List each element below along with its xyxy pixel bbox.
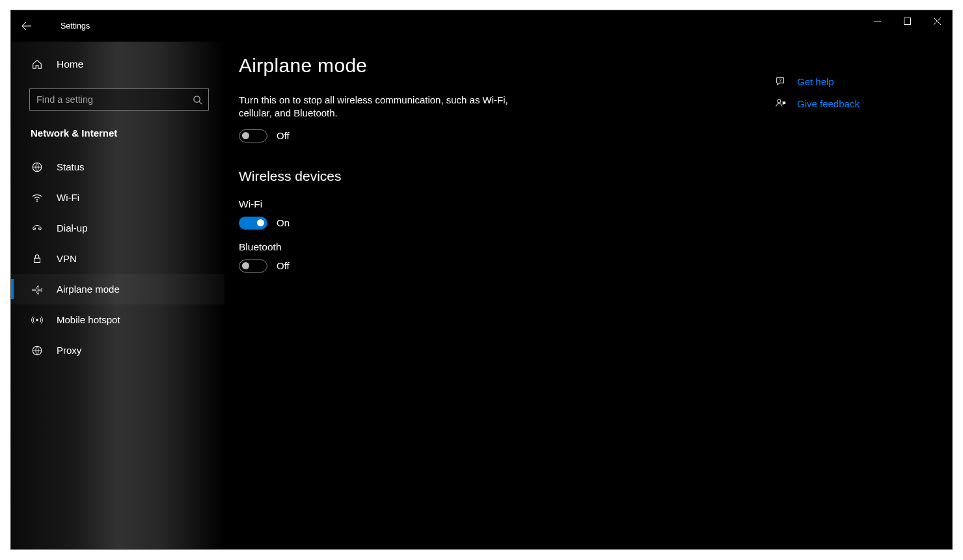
proxy-icon	[31, 345, 44, 356]
wireless-devices-heading: Wireless devices	[239, 168, 938, 184]
bluetooth-toggle[interactable]	[239, 260, 267, 273]
bluetooth-state: Off	[277, 260, 290, 271]
nav-list: Status Wi-Fi Dial-up VPN Airplane mode	[11, 152, 224, 366]
right-rail: ? Get help Give feedback	[775, 75, 925, 120]
app-title: Settings	[42, 21, 90, 31]
nav-item-status[interactable]: Status	[11, 152, 224, 182]
nav-item-vpn[interactable]: VPN	[11, 243, 224, 274]
svg-rect-4	[34, 258, 40, 262]
nav-label: Dial-up	[57, 222, 88, 233]
status-icon	[31, 161, 44, 173]
dialup-icon	[31, 222, 44, 234]
sidebar: Home Network & Internet Status Wi-Fi	[11, 42, 224, 549]
back-button[interactable]	[11, 10, 42, 42]
home-icon	[31, 59, 44, 70]
titlebar: Settings	[11, 10, 952, 42]
svg-point-1	[193, 96, 199, 101]
nav-item-proxy[interactable]: Proxy	[11, 335, 224, 366]
nav-label: Wi-Fi	[57, 192, 79, 203]
maximize-icon	[904, 18, 911, 25]
home-link[interactable]: Home	[11, 49, 224, 79]
minimize-button[interactable]	[862, 10, 892, 31]
nav-label: Airplane mode	[57, 284, 120, 295]
home-label: Home	[57, 59, 83, 70]
wifi-label: Wi-Fi	[239, 198, 938, 210]
nav-label: Proxy	[57, 345, 81, 356]
section-header: Network & Internet	[11, 111, 224, 142]
settings-window: Settings Home Network & Internet	[10, 10, 953, 550]
svg-point-3	[36, 200, 38, 202]
get-help-label: Get help	[797, 76, 834, 87]
svg-point-5	[36, 319, 38, 321]
search-icon	[186, 95, 208, 105]
arrow-left-icon	[21, 21, 32, 31]
airplane-icon	[31, 284, 44, 295]
get-help-link[interactable]: ? Get help	[775, 75, 925, 87]
nav-item-hotspot[interactable]: Mobile hotspot	[11, 304, 224, 335]
airplane-mode-toggle[interactable]	[239, 129, 267, 142]
wifi-icon	[31, 192, 44, 204]
minimize-icon	[874, 18, 881, 25]
feedback-icon	[775, 98, 787, 109]
wifi-toggle[interactable]	[239, 217, 267, 230]
close-icon	[934, 18, 941, 25]
bluetooth-label: Bluetooth	[239, 241, 938, 253]
hotspot-icon	[31, 314, 44, 326]
maximize-button[interactable]	[892, 10, 922, 31]
page-description: Turn this on to stop all wireless commun…	[239, 94, 519, 120]
svg-text:?: ?	[779, 77, 781, 83]
svg-rect-0	[904, 18, 910, 24]
page-title: Airplane mode	[239, 55, 938, 77]
nav-label: Mobile hotspot	[57, 314, 120, 325]
help-icon: ?	[775, 75, 787, 87]
nav-label: Status	[57, 161, 85, 172]
give-feedback-label: Give feedback	[797, 98, 860, 109]
nav-item-wifi[interactable]: Wi-Fi	[11, 182, 224, 213]
nav-label: VPN	[57, 253, 77, 264]
give-feedback-link[interactable]: Give feedback	[775, 98, 925, 109]
close-button[interactable]	[922, 10, 952, 31]
search-input[interactable]	[30, 94, 186, 105]
vpn-icon	[31, 253, 44, 265]
nav-item-airplane[interactable]: Airplane mode	[11, 274, 224, 304]
svg-point-8	[778, 100, 781, 103]
search-box[interactable]	[29, 88, 209, 111]
nav-item-dialup[interactable]: Dial-up	[11, 213, 224, 243]
window-controls	[862, 10, 952, 31]
airplane-mode-state: Off	[277, 130, 290, 141]
wifi-state: On	[277, 217, 290, 228]
